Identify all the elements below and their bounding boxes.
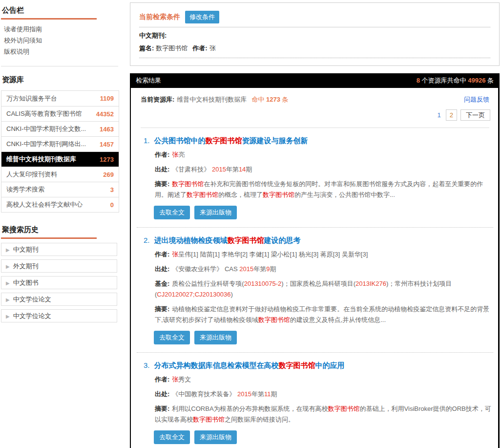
result-field-row: 基金:质检公益性行业科研专项(201310075-2)；国家质检总局科研项目(2…: [144, 278, 491, 300]
result-buttons: 去取全文来源出版物: [154, 430, 491, 444]
source-publication-button[interactable]: 来源出版物: [194, 430, 237, 444]
text-segment: 秀文: [178, 376, 191, 383]
resource-item[interactable]: CALIS高等教育数字图书馆44352: [1, 106, 119, 121]
modify-conditions-button[interactable]: 修改条件: [185, 11, 219, 23]
source-publication-button[interactable]: 来源出版物: [194, 331, 237, 344]
result-item: 3.分布式异构数据库信息检索模型在高校数字图书馆中的应用作者:张秀文出处:《中国…: [137, 353, 493, 448]
text-segment: )；国家质检总局科研项目(: [281, 280, 356, 287]
text-segment: 期: [270, 265, 276, 273]
current-source-label: 当前资源库:: [141, 96, 174, 103]
field-label: 作者:: [155, 151, 169, 158]
history-item-label: 中文图书: [13, 279, 39, 286]
source-publication-button[interactable]: 来源出版物: [194, 206, 237, 219]
resource-hit-count: 1457: [100, 141, 114, 148]
resource-hit-count: 1273: [100, 156, 114, 163]
highlighted-text: 2013IK276: [356, 280, 386, 287]
result-number: 1.: [144, 136, 150, 145]
feedback-link[interactable]: 问题反馈: [464, 95, 489, 104]
field-label: 作者:: [155, 376, 169, 383]
history-item[interactable]: ▶中文学位论文: [1, 293, 117, 306]
resource-item[interactable]: CNKI-中国学术期刊全文数...1463: [1, 121, 119, 136]
highlighted-text: CJ20120027;CJ20130036: [157, 291, 230, 298]
history-item[interactable]: ▶中文学位论文: [1, 309, 117, 322]
history-item[interactable]: ▶中文期刊: [1, 243, 117, 256]
result-field-row: 作者:张秀文: [144, 374, 491, 385]
result-field-row: 作者:张亮: [144, 149, 491, 160]
highlighted-text: 数字图书馆: [206, 136, 242, 145]
next-page-button[interactable]: 下一页: [460, 109, 490, 121]
current-source-value: 维普中文科技期刊数据库: [177, 96, 247, 103]
result-buttons: 去取全文来源出版物: [154, 206, 491, 219]
resource-item[interactable]: 高校人文社会科学文献中心0: [1, 197, 119, 212]
text-segment: 进出境动植物检疫领域: [154, 236, 228, 244]
announcement-link[interactable]: 版权说明: [4, 46, 118, 57]
condition-fields: 篇名:数字图书馆作者:张: [139, 44, 490, 53]
resource-item[interactable]: 读秀学术搜索3: [1, 182, 119, 197]
text-segment: 年第: [226, 166, 239, 173]
field-label: 摘要:: [155, 305, 169, 313]
result-title-link[interactable]: 分布式异构数据库信息检索模型在高校数字图书馆中的应用: [154, 361, 345, 369]
text-segment: 公共图书馆中的: [154, 136, 206, 145]
highlighted-text: 数字图书馆: [258, 316, 290, 323]
total-hit-count: 49926: [468, 77, 485, 84]
highlighted-text: 张: [172, 251, 178, 258]
history-item[interactable]: ▶中文图书: [1, 276, 117, 289]
result-title-row: 3.分布式异构数据库信息检索模型在高校数字图书馆中的应用: [144, 360, 491, 370]
page: 公告栏 读者使用指南校外访问须知版权说明 资源库 万方知识服务平台1109CAL…: [0, 0, 502, 448]
text-segment: 年第: [251, 390, 264, 398]
search-scope: 中文期刊:: [139, 31, 490, 40]
resource-hit-count: 269: [103, 171, 114, 178]
highlighted-text: 数字图书馆: [263, 191, 294, 198]
results-hit-summary: 8 个资源库共命中 49926 条: [417, 73, 494, 88]
field-label: 出处:: [155, 390, 169, 398]
get-fulltext-button[interactable]: 去取全文: [154, 206, 190, 219]
result-title-link[interactable]: 公共图书馆中的数字图书馆资源建设与服务创新: [154, 136, 308, 145]
resource-item[interactable]: CNKI-中国学术期刊网络出...1457: [1, 136, 119, 151]
field-label: 摘要:: [155, 180, 169, 188]
text-segment: 期: [271, 390, 277, 398]
resource-hit-count: 1463: [100, 126, 114, 133]
result-field-row: 摘要:数字图书馆在补充和完善图书馆传统业务短板的同时。对丰富和拓展图书馆服务方式…: [144, 179, 491, 200]
chevron-right-icon: ▶: [6, 264, 10, 269]
text-segment: 《甘肃科技》: [172, 166, 212, 173]
result-item: 2.进出境动植物检疫领域数字图书馆建设的思考作者:张呈伟[1] 陆苗[1] 李艳…: [137, 228, 493, 353]
resource-label: CNKI-中国学术期刊全文数...: [6, 125, 86, 133]
text-segment: 质检公益性行业科研专项(: [172, 280, 244, 287]
current-source-row: 当前资源库:维普中文科技期刊数据库命中 1273 条 问题反馈: [137, 88, 493, 104]
result-field-row: 出处:《甘肃科技》 2015年第14期: [144, 164, 491, 175]
highlighted-text: 2015: [239, 265, 253, 273]
result-number: 3.: [144, 361, 150, 369]
highlighted-text: 2015: [237, 390, 251, 398]
resource-hit-count: 3: [110, 186, 114, 193]
page-1-button[interactable]: 1: [435, 110, 443, 120]
page-2-button[interactable]: 2: [446, 109, 457, 121]
field-label: 出处:: [155, 166, 169, 173]
chevron-right-icon: ▶: [6, 280, 10, 286]
highlighted-text: 张: [172, 151, 178, 158]
announcement-link[interactable]: 读者使用指南: [4, 23, 118, 35]
sidebar-divider: [1, 66, 118, 66]
announcement-link[interactable]: 校外访问须知: [4, 35, 118, 46]
resource-item[interactable]: 万方知识服务平台1109: [1, 91, 119, 106]
text-segment: 资源建设与服务创新: [242, 136, 308, 145]
highlighted-text: 数字图书馆: [328, 405, 360, 412]
result-item: 1.公共图书馆中的数字图书馆资源建设与服务创新作者:张亮出处:《甘肃科技》 20…: [137, 128, 493, 228]
announcement-list: 读者使用指南校外访问须知版权说明: [1, 20, 121, 63]
text-segment: 年第: [253, 265, 266, 273]
result-title-link[interactable]: 进出境动植物检疫领域数字图书馆建设的思考: [154, 236, 301, 244]
chevron-right-icon: ▶: [6, 297, 10, 302]
text-segment: 建设的思考: [264, 236, 301, 244]
history-item-label: 外文期刊: [13, 262, 39, 270]
field-label: 基金:: [155, 280, 169, 287]
hit-summary-text: 个资源库共命中: [420, 77, 468, 84]
resource-item[interactable]: 人大复印报刊资料269: [1, 167, 119, 182]
result-field-row: 出处:《中国教育技术装备》 2015年第11期: [144, 389, 491, 400]
resource-item[interactable]: 维普中文科技期刊数据库1273: [1, 151, 119, 167]
conditions-header: 当前检索条件 修改条件: [139, 11, 490, 23]
highlighted-text: 数字图书馆: [187, 191, 218, 198]
main-content: 当前检索条件 修改条件 中文期刊: 篇名:数字图书馆作者:张 检索结果 8 个资…: [130, 2, 500, 448]
history-item[interactable]: ▶外文期刊: [1, 259, 117, 273]
get-fulltext-button[interactable]: 去取全文: [154, 430, 190, 444]
get-fulltext-button[interactable]: 去取全文: [154, 331, 190, 344]
highlighted-text: 14: [239, 166, 246, 173]
